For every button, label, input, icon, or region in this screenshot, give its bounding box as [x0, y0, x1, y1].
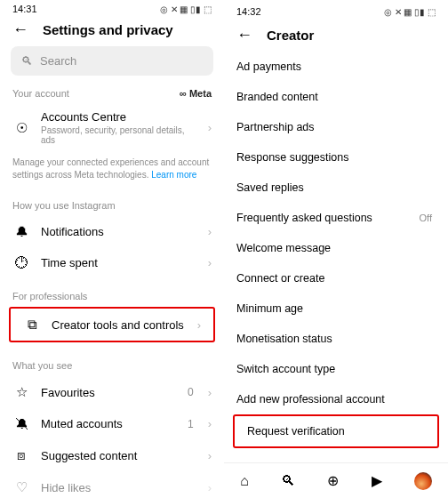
creator-screen: 14:32 ◎ ✕ ▦ ▯▮ ⬚ ← Creator Ad payments B… [224, 0, 448, 498]
suggested-label: Suggested content [41, 449, 197, 462]
chevron-right-icon: › [197, 318, 201, 332]
header: ← Creator [224, 20, 448, 52]
response-suggestions-row[interactable]: Response suggestions [224, 142, 448, 173]
chevron-right-icon: › [208, 449, 212, 462]
faq-row[interactable]: Frequently asked questionsOff [224, 203, 448, 233]
muted-label: Muted accounts [41, 417, 177, 430]
clock-icon: 🕑︎ [12, 255, 30, 270]
settings-screen: 14:31 ◎ ✕ ▦ ▯▮ ⬚ ← Settings and privacy … [0, 0, 224, 498]
page-title: Creator [267, 28, 314, 43]
favourites-label: Favourites [41, 386, 177, 399]
your-account-label: Your account [12, 88, 69, 99]
favourites-count: 0 [188, 386, 194, 398]
welcome-message-row[interactable]: Welcome message [224, 233, 448, 263]
bottom-nav: ⌂ 🔍︎ ⊕ ▶ [224, 462, 448, 498]
home-icon[interactable]: ⌂ [240, 473, 249, 489]
minimum-age-row[interactable]: Minimum age [224, 293, 448, 324]
chevron-right-icon: › [208, 121, 212, 134]
section-how: How you use Instagram [0, 200, 224, 216]
creator-tools-label: Creator tools and controls [52, 318, 187, 332]
switch-account-type-row[interactable]: Switch account type [224, 354, 448, 384]
chart-icon: ⧉ [23, 317, 41, 333]
section-see: What you see [0, 360, 224, 376]
clock: 14:32 [236, 6, 261, 17]
back-arrow-icon[interactable]: ← [12, 21, 28, 37]
learn-more-link[interactable]: Learn more [151, 170, 196, 180]
clock: 14:31 [12, 4, 37, 14]
muted-row[interactable]: 🔕︎ Muted accounts 1 › [0, 408, 224, 439]
section-pro: For professionals [0, 291, 224, 307]
accounts-centre-row[interactable]: ☉ Accounts Centre Password, security, pe… [0, 102, 224, 153]
notifications-row[interactable]: 🔔︎ Notifications › [0, 216, 224, 247]
chevron-right-icon: › [208, 417, 212, 430]
search-icon: 🔍︎ [21, 54, 33, 68]
accounts-centre-sub: Password, security, personal details, ad… [41, 125, 197, 145]
back-arrow-icon[interactable]: ← [236, 27, 252, 43]
suggested-icon: ⧇ [12, 447, 30, 463]
new-post-icon[interactable]: ⊕ [327, 472, 339, 489]
accounts-centre-title: Accounts Centre [41, 110, 197, 124]
time-spent-label: Time spent [41, 256, 197, 269]
partnership-ads-row[interactable]: Partnership ads [224, 112, 448, 142]
page-title: Settings and privacy [43, 22, 173, 37]
search-input[interactable]: 🔍︎ Search [11, 46, 213, 76]
reels-icon[interactable]: ▶ [372, 472, 382, 489]
faq-state: Off [420, 213, 432, 223]
profile-avatar[interactable] [414, 472, 432, 490]
saved-replies-row[interactable]: Saved replies [224, 173, 448, 203]
chevron-right-icon: › [208, 225, 212, 238]
hide-likes-row[interactable]: ♡ Hide likes › [0, 471, 224, 498]
creator-list: Ad payments Branded content Partnership … [224, 52, 448, 448]
bell-icon: 🔔︎ [12, 224, 30, 239]
hide-likes-label: Hide likes [41, 481, 197, 494]
add-pro-account-row[interactable]: Add new professional account [224, 384, 448, 414]
muted-count: 1 [188, 418, 194, 430]
monetisation-status-row[interactable]: Monetisation status [224, 324, 448, 354]
hide-icon: ♡ [12, 479, 30, 495]
request-verification-row[interactable]: Request verification [235, 416, 437, 446]
notifications-label: Notifications [41, 225, 197, 238]
suggested-row[interactable]: ⧇ Suggested content › [0, 439, 224, 471]
favourites-row[interactable]: ☆ Favourites 0 › [0, 376, 224, 408]
person-icon: ☉ [12, 120, 30, 136]
ad-payments-row[interactable]: Ad payments [224, 52, 448, 82]
search-icon[interactable]: 🔍︎ [281, 473, 295, 489]
meta-brand-icon: ∞ Meta [180, 88, 212, 99]
search-placeholder: Search [40, 54, 76, 68]
star-icon: ☆ [12, 384, 30, 400]
status-icons: ◎ ✕ ▦ ▯▮ ⬚ [384, 7, 436, 17]
connect-or-create-row[interactable]: Connect or create [224, 263, 448, 293]
bell-off-icon: 🔕︎ [12, 416, 30, 431]
header: ← Settings and privacy [0, 14, 224, 46]
creator-tools-row[interactable]: ⧉ Creator tools and controls › [11, 309, 213, 341]
chevron-right-icon: › [208, 481, 212, 494]
status-bar: 14:32 ◎ ✕ ▦ ▯▮ ⬚ [224, 0, 448, 20]
time-spent-row[interactable]: 🕑︎ Time spent › [0, 247, 224, 278]
status-icons: ◎ ✕ ▦ ▯▮ ⬚ [160, 4, 212, 14]
chevron-right-icon: › [208, 256, 212, 269]
chevron-right-icon: › [208, 386, 212, 399]
branded-content-row[interactable]: Branded content [224, 82, 448, 112]
fine-print: Manage your connected experiences and ac… [0, 153, 224, 188]
status-bar: 14:31 ◎ ✕ ▦ ▯▮ ⬚ [0, 0, 224, 14]
